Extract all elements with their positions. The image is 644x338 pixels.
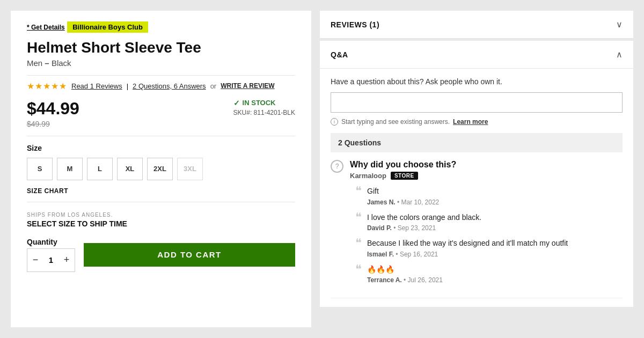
qa-title: Q&A — [331, 50, 348, 59]
qa-hint: i Start typing and see existing answers.… — [331, 118, 623, 126]
reviews-section: REVIEWS (1) ∨ — [320, 11, 633, 39]
size-chart-link[interactable]: SIZE CHART — [27, 187, 68, 195]
reviews-title: REVIEWS (1) — [331, 20, 379, 29]
qa-section: Q&A ∧ Have a question about this? Ask pe… — [320, 41, 633, 307]
pipe-separator: | — [127, 82, 128, 90]
stock-status: ✓ IN STOCK — [233, 99, 295, 107]
asker-name: Karmaloop — [350, 172, 386, 180]
check-icon: ✓ — [233, 99, 240, 107]
add-to-cart-button[interactable]: ADD TO CART — [84, 243, 295, 267]
product-title: Helmet Short Sleeve Tee — [27, 40, 295, 56]
questions-count-bar: 2 Questions — [331, 133, 623, 152]
qa-accordion-header[interactable]: Q&A ∧ — [320, 41, 633, 69]
info-icon: i — [331, 118, 338, 126]
qa-body: Have a question about this? Ask people w… — [320, 69, 633, 307]
quantity-label: Quantity — [27, 238, 75, 246]
original-price: $49.99 — [27, 120, 79, 128]
size-2xl[interactable]: 2XL — [147, 158, 173, 180]
qa-item: ? Why did you choose this? Karmaloop STO… — [331, 152, 623, 298]
qa-chevron-up-icon: ∧ — [616, 49, 623, 60]
quote-icon-4: ❝ — [355, 263, 362, 284]
answer-item-3: ❝ Because I liked the way it's designed … — [350, 238, 623, 258]
qa-asker-row: Karmaloop STORE — [350, 172, 623, 180]
question-icon: ? — [331, 160, 343, 173]
quote-icon-2: ❝ — [355, 211, 362, 232]
size-s[interactable]: S — [27, 158, 53, 180]
size-xl[interactable]: XL — [117, 158, 143, 180]
current-price: $44.99 — [27, 99, 79, 119]
qa-link[interactable]: 2 Questions, 6 Answers — [133, 82, 206, 90]
answer-meta-2: David P. • Sep 23, 2021 — [367, 224, 481, 232]
qa-hint-text: Start typing and see existing answers. — [341, 118, 450, 126]
quote-icon-3: ❝ — [355, 237, 362, 258]
answer-meta-4: Terrance A. • Jul 26, 2021 — [367, 276, 443, 284]
size-l[interactable]: L — [87, 158, 113, 180]
quantity-row: Quantity − 1 + ADD TO CART — [27, 238, 295, 272]
answer-item-1: ❝ Gift James N. • Mar 10, 2022 — [350, 186, 623, 206]
size-3xl[interactable]: 3XL — [177, 158, 203, 180]
ships-value: SELECT SIZE TO SHIP TIME — [27, 219, 295, 228]
or-text: or — [210, 82, 217, 90]
answer-text-1: Gift — [367, 186, 439, 197]
quantity-increase-button[interactable]: + — [58, 249, 75, 271]
size-options: S M L XL 2XL 3XL — [27, 158, 295, 180]
stock-sku-block: ✓ IN STOCK SKU#: 811-4201-BLK — [233, 99, 295, 116]
qa-input[interactable] — [331, 92, 623, 113]
answer-meta-1: James N. • Mar 10, 2022 — [367, 199, 439, 206]
size-label: Size — [27, 144, 295, 152]
reviews-accordion-header[interactable]: REVIEWS (1) ∨ — [320, 11, 633, 39]
right-panel: REVIEWS (1) ∨ Q&A ∧ Have a question abou… — [320, 11, 633, 327]
quantity-decrease-button[interactable]: − — [27, 249, 43, 271]
qa-prompt: Have a question about this? Ask people w… — [331, 77, 623, 86]
qa-question-text: Why did you choose this? — [350, 160, 623, 170]
answer-item-2: ❝ I love the colors orange and black. Da… — [350, 212, 623, 232]
answer-text-4: 🔥🔥🔥 — [367, 264, 443, 275]
answer-meta-3: Ismael F. • Sep 16, 2021 — [367, 251, 568, 258]
answer-text-3: Because I liked the way it's designed an… — [367, 238, 568, 249]
star-rating: ★★★★★ — [27, 81, 67, 91]
brand-badge: Billionaire Boys Club — [67, 21, 148, 33]
answer-item-4: ❝ 🔥🔥🔥 Terrance A. • Jul 26, 2021 — [350, 264, 623, 284]
ships-section: SHIPS FROM LOS ANGELES. SELECT SIZE TO S… — [27, 212, 295, 228]
product-subtitle: Men – Black — [27, 58, 295, 68]
quantity-value: 1 — [43, 255, 58, 264]
quote-icon-1: ❝ — [355, 185, 362, 206]
answer-text-2: I love the colors orange and black. — [367, 212, 481, 223]
price-block: $44.99 $49.99 — [27, 99, 79, 128]
ships-label: SHIPS FROM LOS ANGELES. — [27, 212, 295, 218]
price-row: $44.99 $49.99 ✓ IN STOCK SKU#: 811-4201-… — [27, 99, 295, 128]
store-badge: STORE — [391, 172, 418, 180]
quantity-controls: − 1 + — [27, 248, 75, 272]
read-reviews-link[interactable]: Read 1 Reviews — [71, 82, 122, 90]
size-m[interactable]: M — [57, 158, 83, 180]
reviews-chevron-down-icon: ∨ — [616, 19, 623, 30]
sku-text: SKU#: 811-4201-BLK — [233, 109, 295, 116]
get-details-link[interactable]: * Get Details — [27, 24, 65, 31]
product-panel: * Get Details Billionaire Boys Club Helm… — [11, 11, 311, 327]
write-review-link[interactable]: WRITE A REVIEW — [221, 82, 274, 90]
learn-more-link[interactable]: Learn more — [453, 118, 488, 126]
reviews-row: ★★★★★ Read 1 Reviews | 2 Questions, 6 An… — [27, 81, 295, 91]
